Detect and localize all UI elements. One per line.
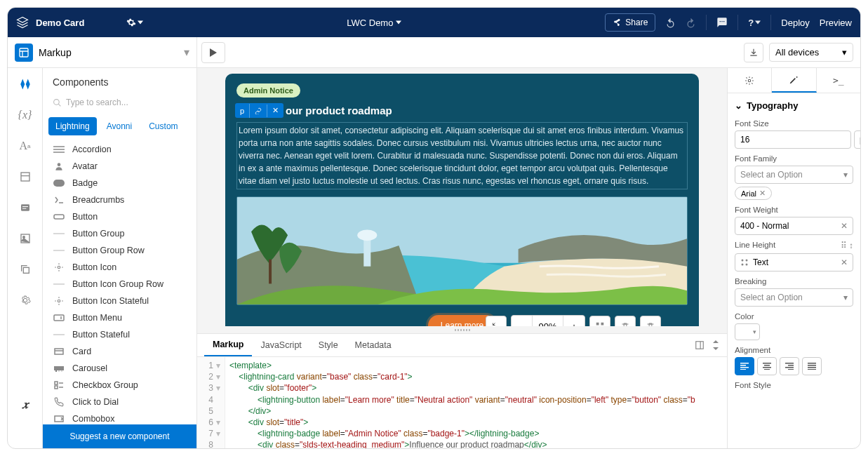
- align-justify-button[interactable]: [802, 357, 822, 375]
- chip-remove-icon[interactable]: ✕: [759, 189, 766, 198]
- rail-layout-icon[interactable]: [16, 168, 34, 186]
- zoom-in-button[interactable]: +: [563, 316, 585, 326]
- card-image[interactable]: [236, 196, 688, 305]
- font-size-unit[interactable]: px▾: [854, 130, 860, 149]
- svg-rect-74: [808, 369, 816, 370]
- undo-icon[interactable]: [665, 18, 676, 28]
- component-item[interactable]: Button Icon Stateful: [47, 293, 192, 309]
- search-input[interactable]: Type to search...: [43, 93, 196, 112]
- component-icon: [53, 229, 65, 239]
- suggest-button[interactable]: Suggest a new component: [43, 424, 196, 448]
- component-item[interactable]: Combobox: [47, 410, 192, 424]
- settings-dropdown[interactable]: [126, 18, 143, 27]
- resize-handle[interactable]: [197, 326, 727, 333]
- rail-image-icon[interactable]: [16, 229, 34, 248]
- delete-button[interactable]: [615, 316, 636, 326]
- selection-tag-label[interactable]: p: [235, 104, 250, 118]
- color-picker[interactable]: ▾: [735, 323, 760, 340]
- component-item[interactable]: Button Stateful: [47, 326, 192, 343]
- component-item[interactable]: Button Menu: [47, 309, 192, 326]
- clear-icon[interactable]: ✕: [841, 257, 848, 267]
- font-size-input[interactable]: [735, 130, 851, 149]
- card-body[interactable]: Lorem ipsum dolor sit amet, consectetur …: [236, 122, 688, 189]
- breaking-select[interactable]: Select an Option▾: [735, 288, 853, 307]
- panel-expand-icon[interactable]: [712, 340, 720, 350]
- rp-tab-settings[interactable]: [728, 68, 772, 93]
- svg-rect-60: [740, 365, 746, 366]
- svg-point-58: [746, 264, 748, 266]
- clear-icon[interactable]: ✕: [841, 221, 848, 231]
- tab-custom[interactable]: Custom: [142, 117, 185, 135]
- component-item[interactable]: Avatar: [47, 158, 192, 175]
- tab-javascript[interactable]: JavaScript: [252, 335, 309, 356]
- rail-components-icon[interactable]: [16, 75, 34, 93]
- tab-markup[interactable]: Markup: [204, 334, 252, 356]
- view-selector[interactable]: Markup ▾: [8, 37, 197, 67]
- project-dropdown[interactable]: LWC Demo: [143, 18, 605, 28]
- rail-typography-icon[interactable]: Aa: [16, 137, 34, 155]
- rail-settings-icon[interactable]: [16, 291, 34, 309]
- stack-icon[interactable]: [16, 16, 29, 29]
- svg-point-57: [742, 264, 744, 266]
- selection-close-icon[interactable]: ✕: [267, 103, 283, 118]
- font-weight-select[interactable]: 400 - Normal✕: [735, 217, 853, 235]
- rp-tab-styles[interactable]: [772, 68, 816, 93]
- component-item[interactable]: Card: [47, 343, 192, 360]
- chevron-down-icon: ▾: [842, 47, 847, 58]
- run-button[interactable]: [201, 42, 225, 63]
- component-item[interactable]: Button Icon: [47, 259, 192, 276]
- component-icon: [53, 195, 65, 205]
- component-item[interactable]: Checkbox Group: [47, 377, 192, 394]
- selection-indicator: p ✕: [235, 103, 283, 118]
- code-editor[interactable]: 1▾2▾3▾456▾7▾8910▾11 <template> <lightnin…: [197, 357, 727, 448]
- device-selector[interactable]: All devices ▾: [769, 43, 853, 62]
- rail-copy-icon[interactable]: [16, 260, 34, 279]
- delete-button-2[interactable]: [640, 316, 661, 326]
- download-button[interactable]: [744, 43, 763, 62]
- rp-tab-console[interactable]: >_: [817, 68, 860, 93]
- grid-button[interactable]: [589, 316, 610, 326]
- redo-icon[interactable]: [686, 18, 696, 28]
- rail-text-icon[interactable]: [16, 199, 34, 217]
- rail-function-icon[interactable]: 𝑥: [16, 395, 34, 413]
- component-item[interactable]: Click to Dial: [47, 394, 192, 410]
- component-item[interactable]: Button Icon Group Row: [47, 276, 192, 293]
- chat-icon[interactable]: [716, 17, 728, 28]
- svg-line-12: [58, 104, 60, 106]
- align-left-button[interactable]: [735, 357, 754, 375]
- selection-link-icon[interactable]: [250, 105, 267, 117]
- svg-point-30: [58, 370, 60, 372]
- component-icon: [53, 296, 65, 306]
- share-button[interactable]: Share: [605, 13, 655, 32]
- align-center-button[interactable]: [757, 357, 777, 375]
- zoom-out-button[interactable]: −: [512, 316, 533, 326]
- svg-rect-32: [55, 382, 58, 384]
- component-item[interactable]: Carousel: [47, 360, 192, 377]
- component-item[interactable]: Button Group: [47, 225, 192, 242]
- line-height-select[interactable]: Text ✕: [735, 253, 853, 271]
- component-item[interactable]: Accordion: [47, 141, 192, 158]
- component-item[interactable]: Badge: [47, 175, 192, 192]
- sidebar: Components Type to search... Lightning A…: [43, 68, 197, 448]
- svg-point-11: [54, 99, 60, 105]
- deploy-button[interactable]: Deploy: [781, 18, 809, 28]
- component-icon: [53, 330, 65, 340]
- typography-section[interactable]: ⌄ Typography: [728, 93, 860, 116]
- tab-lightning[interactable]: Lightning: [48, 117, 97, 135]
- font-family-select[interactable]: Select an Option▾: [735, 166, 853, 184]
- tab-metadata[interactable]: Metadata: [347, 335, 400, 356]
- component-item[interactable]: Button Group Row: [47, 242, 192, 259]
- help-dropdown[interactable]: ?: [748, 18, 761, 28]
- tab-style[interactable]: Style: [310, 335, 347, 356]
- collapse-button[interactable]: [486, 316, 507, 326]
- component-item[interactable]: Breadcrumbs: [47, 192, 192, 208]
- tab-avonni[interactable]: Avonni: [100, 117, 139, 135]
- svg-rect-0: [20, 48, 28, 57]
- component-icon: [53, 178, 65, 188]
- component-item[interactable]: Button: [47, 208, 192, 225]
- panel-layout-icon[interactable]: [695, 340, 705, 350]
- rail-variables-icon[interactable]: {x}: [16, 106, 34, 124]
- align-right-button[interactable]: [780, 357, 799, 375]
- preview-button[interactable]: Preview: [820, 18, 852, 28]
- canvas[interactable]: Admin Notice Influence our product roadm…: [197, 68, 727, 326]
